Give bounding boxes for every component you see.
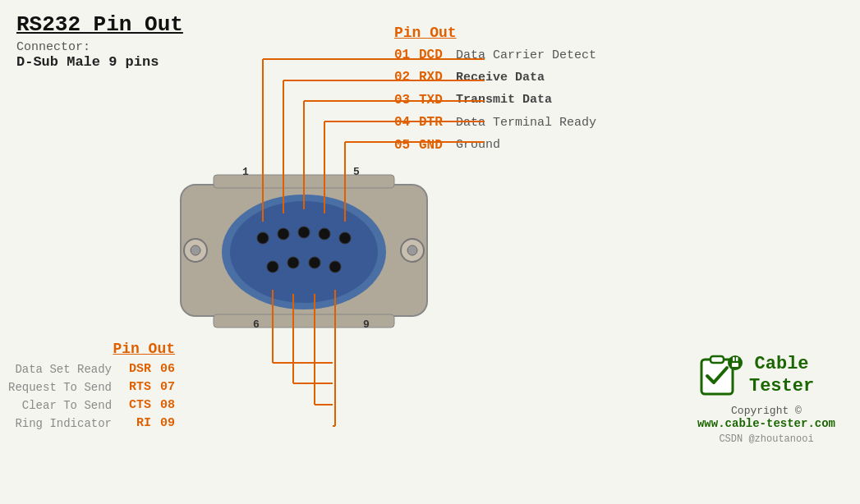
pin-abbr-08: CTS	[118, 398, 151, 412]
pin-abbr-04: DTR	[419, 113, 456, 131]
pin-row-06: Data Set Ready DSR 06	[8, 362, 175, 376]
svg-rect-37	[711, 356, 724, 363]
csdn-watermark: CSDN @zhoutanooi	[697, 433, 835, 445]
connector-label: Connector:	[16, 40, 183, 54]
svg-point-15	[329, 261, 341, 273]
pin-desc-04: Data Terminal Ready	[456, 114, 596, 131]
logo-area: CableTester Copyright © www.cable-tester…	[697, 353, 835, 445]
pin-num-04: 04	[394, 113, 419, 131]
svg-point-13	[287, 257, 299, 268]
copyright-text: Copyright ©	[697, 405, 835, 417]
pin-num-08: 08	[154, 398, 175, 412]
pin-row-07: Request To Send RTS 07	[8, 380, 175, 394]
pinout-top-title: Pin Out	[394, 25, 596, 41]
pin-abbr-09: RI	[118, 416, 151, 430]
pin-desc-01: Data Carrier Detect	[456, 47, 596, 64]
pin-num-06: 06	[154, 362, 175, 376]
pin-num-01: 01	[394, 46, 419, 64]
svg-point-7	[257, 232, 269, 244]
pin-abbr-02: RXD	[419, 68, 456, 86]
pin-desc-07: Request To Send	[8, 381, 112, 394]
pin-abbr-07: RTS	[118, 380, 151, 394]
pin-row-09: Ring Indicator RI 09	[8, 416, 175, 430]
title-area: RS232 Pin Out Connector: D-Sub Male 9 pi…	[16, 12, 183, 70]
pin-label-5: 5	[353, 166, 360, 178]
svg-rect-40	[736, 357, 738, 361]
pin-row-03: 03 TXD Transmit Data	[394, 91, 596, 109]
pin-desc-03: Transmit Data	[456, 91, 552, 108]
svg-point-4	[407, 245, 417, 255]
pin-num-09: 09	[154, 416, 175, 430]
pin-desc-08: Clear To Send	[22, 399, 112, 412]
svg-point-11	[339, 232, 351, 244]
pin-row-04: 04 DTR Data Terminal Ready	[394, 113, 596, 131]
pinout-bottom: Pin Out Data Set Ready DSR 06 Request To…	[8, 341, 175, 434]
svg-point-2	[191, 245, 200, 255]
pin-abbr-06: DSR	[118, 362, 151, 376]
svg-rect-41	[732, 363, 738, 367]
connector-svg	[164, 160, 444, 345]
svg-point-14	[309, 257, 320, 268]
svg-rect-16	[214, 175, 394, 188]
pin-desc-06: Data Set Ready	[15, 363, 112, 376]
svg-point-10	[319, 228, 330, 240]
pin-num-07: 07	[154, 380, 175, 394]
svg-point-8	[278, 228, 289, 240]
pin-num-05: 05	[394, 136, 419, 154]
page: RS232 Pin Out Connector: D-Sub Male 9 pi…	[0, 0, 860, 504]
pin-row-01: 01 DCD Data Carrier Detect	[394, 46, 596, 64]
pin-desc-05: Ground	[456, 136, 500, 153]
pin-abbr-01: DCD	[419, 46, 456, 64]
logo-text: CableTester	[749, 354, 814, 397]
pin-abbr-03: TXD	[419, 91, 456, 109]
pin-desc-09: Ring Indicator	[15, 417, 112, 430]
logo-icon-container: CableTester	[697, 353, 835, 398]
pin-label-1: 1	[242, 166, 249, 178]
pin-num-03: 03	[394, 91, 419, 109]
svg-point-12	[267, 261, 278, 273]
page-title: RS232 Pin Out	[16, 12, 183, 37]
connector-type: D-Sub Male 9 pins	[16, 54, 183, 70]
svg-point-9	[298, 227, 310, 238]
pin-label-9: 9	[363, 318, 370, 331]
pinout-top: Pin Out 01 DCD Data Carrier Detect 02 RX…	[394, 25, 596, 158]
pin-num-02: 02	[394, 68, 419, 86]
pin-row-02: 02 RXD Receive Data	[394, 68, 596, 86]
pin-row-05: 05 GND Ground	[394, 136, 596, 154]
pin-abbr-05: GND	[419, 136, 456, 154]
connector-image	[164, 160, 444, 349]
svg-point-6	[230, 201, 378, 303]
website-text: www.cable-tester.com	[697, 417, 835, 430]
cable-tester-icon	[697, 353, 743, 398]
pin-label-6: 6	[253, 318, 260, 331]
pinout-bottom-title: Pin Out	[8, 341, 175, 357]
pin-row-08: Clear To Send CTS 08	[8, 398, 175, 412]
svg-rect-39	[733, 357, 735, 361]
pin-desc-02: Receive Data	[456, 69, 545, 86]
